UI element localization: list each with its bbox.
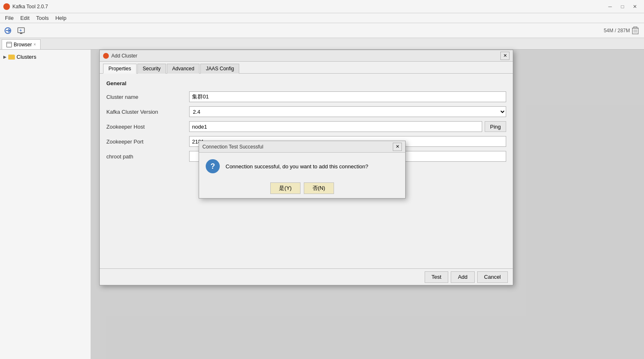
tab-properties[interactable]: Properties [103, 64, 137, 74]
add-button[interactable]: Add [451, 271, 474, 283]
tab-bar: Browser × [0, 38, 644, 50]
zookeeper-port-label: Zookeeper Port [106, 139, 189, 145]
browser-tab[interactable]: Browser × [2, 39, 41, 49]
conn-dialog-footer: 是(Y) 否(N) [199, 180, 405, 196]
ping-button[interactable]: Ping [485, 121, 506, 132]
browser-tab-icon [6, 42, 12, 48]
cluster-name-label: Cluster name [106, 94, 189, 100]
content-area: Add Cluster ✕ Properties Security Advanc… [91, 50, 644, 359]
clusters-label: Clusters [17, 54, 36, 60]
tab-security[interactable]: Security [137, 64, 166, 74]
main-area: ▶ Clusters Add Cluster ✕ Properties Secu… [0, 50, 644, 359]
svg-rect-8 [634, 27, 637, 28]
app-icon [3, 3, 10, 10]
yes-button[interactable]: 是(Y) [270, 182, 300, 194]
chroot-path-label: chroot path [106, 153, 189, 160]
cancel-button[interactable]: Cancel [477, 271, 508, 283]
maximize-button[interactable]: □ [617, 2, 628, 12]
tab-advanced[interactable]: Advanced [167, 64, 199, 74]
conn-dialog-title-bar: Connection Test Successful ✕ [199, 141, 405, 153]
add-cluster-dialog-icon [103, 53, 109, 59]
add-cluster-close-button[interactable]: ✕ [500, 52, 509, 60]
title-bar-left: Kafka Tool 2.0.7 [3, 3, 48, 10]
trash-icon [632, 26, 639, 35]
title-bar: Kafka Tool 2.0.7 ─ □ ✕ [0, 0, 644, 13]
minimize-button[interactable]: ─ [604, 2, 616, 12]
svg-rect-12 [7, 42, 12, 47]
kafka-version-row: Kafka Cluster Version 2.4 2.3 2.2 [106, 106, 506, 117]
memory-text: 54M / 287M [604, 28, 630, 34]
zookeeper-host-row: Zookeeper Host Ping [106, 121, 506, 132]
zookeeper-host-input[interactable] [189, 121, 482, 132]
conn-dialog-body: ? Connection successful, do you want to … [199, 153, 405, 180]
add-cluster-tabs: Properties Security Advanced JAAS Config [100, 62, 513, 74]
add-cluster-title-left: Add Cluster [103, 53, 137, 59]
connect-icon [4, 26, 12, 35]
add-cluster-title-text: Add Cluster [111, 53, 137, 59]
zookeeper-host-label: Zookeeper Host [106, 124, 189, 130]
conn-dialog-message: Connection successful, do you want to ad… [226, 163, 368, 170]
no-button[interactable]: 否(N) [304, 182, 334, 194]
add-icon: + [17, 26, 25, 35]
toolbar: + 54M / 287M [0, 23, 644, 38]
browser-tab-label: Browser [14, 42, 32, 48]
memory-indicator: 54M / 287M [604, 26, 642, 35]
conn-dialog-title-text: Connection Test Successful [202, 144, 263, 150]
toolbar-add-button[interactable]: + [15, 25, 27, 36]
cluster-name-row: Cluster name [106, 91, 506, 102]
sidebar-item-clusters[interactable]: ▶ Clusters [0, 52, 91, 62]
toolbar-connect-button[interactable] [2, 25, 14, 36]
title-bar-controls: ─ □ ✕ [604, 2, 641, 12]
conn-dialog-close-button[interactable]: ✕ [393, 143, 402, 151]
info-icon: ? [206, 159, 220, 173]
kafka-version-select[interactable]: 2.4 2.3 2.2 [189, 106, 506, 117]
tab-jaas-config[interactable]: JAAS Config [200, 64, 239, 74]
general-section-title: General [106, 80, 506, 86]
app-close-button[interactable]: ✕ [629, 2, 641, 12]
menu-edit[interactable]: Edit [17, 14, 33, 22]
folder-icon [8, 55, 15, 60]
menu-bar: File Edit Tools Help [0, 13, 644, 23]
cluster-name-input[interactable] [189, 91, 506, 102]
menu-help[interactable]: Help [52, 14, 70, 22]
add-cluster-footer: Test Add Cancel [100, 268, 513, 285]
connection-test-dialog: Connection Test Successful ✕ ? Connectio… [199, 141, 406, 199]
test-button[interactable]: Test [425, 271, 449, 283]
sidebar: ▶ Clusters [0, 50, 91, 359]
add-cluster-title-bar: Add Cluster ✕ [100, 50, 513, 62]
app-title: Kafka Tool 2.0.7 [12, 4, 48, 10]
browser-tab-close[interactable]: × [34, 42, 36, 47]
svg-text:+: + [19, 28, 22, 33]
kafka-version-label: Kafka Cluster Version [106, 109, 189, 115]
menu-tools[interactable]: Tools [33, 14, 52, 22]
menu-file[interactable]: File [2, 14, 17, 22]
expand-arrow-icon: ▶ [3, 55, 7, 59]
